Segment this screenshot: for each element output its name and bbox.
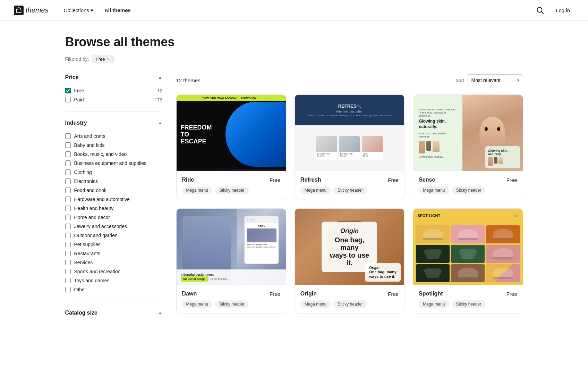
pet-supplies-checkbox[interactable]	[65, 242, 71, 247]
industry-filter-hardware-auto[interactable]: Hardware and automotive	[65, 195, 162, 204]
industry-filter-home-decor[interactable]: Home and decor	[65, 213, 162, 222]
food-drink-checkbox[interactable]	[65, 188, 71, 193]
other-checkbox[interactable]	[65, 287, 71, 292]
theme-name-origin: Origin	[300, 291, 317, 297]
tag-mega-menu-d: Mega menu	[182, 300, 212, 308]
origin-store: Origin	[329, 227, 370, 235]
theme-price-refresh: Free	[388, 177, 399, 183]
sort-select[interactable]: Most relevant Newest Price: low to high …	[467, 75, 523, 86]
theme-info-origin: Origin Free Mega menu Sticky header	[295, 285, 404, 314]
logo[interactable]: themes	[14, 6, 49, 15]
outdoor-garden-label: Outdoor and garden	[74, 233, 162, 238]
restaurants-checkbox[interactable]	[65, 251, 71, 256]
free-checkbox[interactable]	[65, 88, 71, 93]
shopify-bag-icon	[14, 6, 24, 15]
sports-rec-checkbox[interactable]	[65, 269, 71, 274]
hardware-auto-checkbox[interactable]	[65, 197, 71, 202]
refresh-sub: Lather up with our natural shampoo for c…	[306, 114, 393, 117]
sort-select-container[interactable]: Most relevant Newest Price: low to high …	[467, 74, 523, 86]
industry-filter-electronics[interactable]: Electronics	[65, 177, 162, 186]
jewelry-acc-checkbox[interactable]	[65, 224, 71, 229]
theme-tags-refresh: Mega menu Sticky header	[300, 186, 399, 194]
baby-kids-label: Baby and kids	[74, 142, 162, 148]
industry-filter-outdoor-garden[interactable]: Outdoor and garden	[65, 231, 162, 240]
nav-item-collections[interactable]: Collections ▾	[60, 5, 97, 16]
industry-filter-business-equipment[interactable]: Business equipment and supplies	[65, 159, 162, 168]
product-mini-2: Eye Balm 3.0 $10.22	[339, 136, 360, 160]
free-count: 12	[157, 88, 162, 93]
catalog-section-title: Catalog size	[65, 310, 97, 316]
clothing-checkbox[interactable]	[65, 169, 71, 175]
product-bottle-1	[419, 141, 425, 153]
price-filter-free[interactable]: Free 12	[65, 86, 162, 95]
services-label: Services	[74, 260, 162, 265]
theme-card-sense[interactable]: Save 15% on orders over $50 · Free ship.…	[413, 94, 523, 200]
industry-filter-other[interactable]: Other	[65, 285, 162, 294]
remove-filter-icon[interactable]: ×	[107, 56, 110, 62]
home-decor-checkbox[interactable]	[65, 215, 71, 220]
industry-filter-food-drink[interactable]: Food and drink	[65, 186, 162, 195]
nav-item-all-themes[interactable]: All themes	[100, 5, 135, 16]
industry-filter-jewelry-acc[interactable]: Jewelry and accessories	[65, 222, 162, 231]
industry-filter-services[interactable]: Services	[65, 258, 162, 267]
health-beauty-checkbox[interactable]	[65, 206, 71, 211]
theme-tags-origin: Mega menu Sticky header	[300, 300, 399, 308]
industry-section-header[interactable]: Industry ▲	[65, 120, 162, 126]
industry-filter-clothing[interactable]: Clothing	[65, 168, 162, 177]
sort-wrapper: Sort Most relevant Newest Price: low to …	[456, 74, 523, 86]
catalog-chevron-icon: ▲	[158, 310, 162, 315]
arts-crafts-label: Arts and crafts	[74, 133, 162, 139]
price-section-title: Price	[65, 74, 79, 81]
theme-card-origin[interactable]: Origin One bag, manyways to use it. Orig…	[295, 208, 404, 314]
price-filter-paid[interactable]: Paid 176	[65, 95, 162, 104]
theme-card-refresh[interactable]: REFRESH. Your hair, but better. Lather u…	[295, 94, 404, 200]
theme-name-sense: Sense	[419, 177, 435, 183]
theme-card-ride[interactable]: NEW FINS HAVE LANDED — SHOP NOW → FREEDO…	[176, 94, 286, 200]
toys-games-label: Toys and games	[74, 278, 162, 283]
price-section-header[interactable]: Price ▲	[65, 74, 162, 81]
login-button[interactable]: Log in	[552, 5, 574, 16]
tag-mega-menu-r: Mega menu	[300, 186, 331, 194]
business-equipment-checkbox[interactable]	[65, 160, 71, 166]
outdoor-garden-checkbox[interactable]	[65, 233, 71, 238]
search-button[interactable]	[534, 5, 546, 16]
paid-checkbox[interactable]	[65, 97, 71, 102]
restaurants-label: Restaurants	[74, 251, 162, 256]
filter-bar: Filtered by: Free ×	[65, 55, 523, 63]
jewelry-acc-label: Jewelry and accessories	[74, 224, 162, 229]
baby-kids-checkbox[interactable]	[65, 142, 71, 148]
sense-headline: Glowing skin, naturally.	[419, 119, 457, 130]
theme-price-dawn: Free	[270, 291, 280, 297]
tag-sticky-header-r: Sticky header	[333, 186, 367, 194]
svg-point-1	[17, 9, 18, 9]
sidebar-section-price: Price ▲ Free 12 Paid 176	[65, 74, 162, 111]
services-checkbox[interactable]	[65, 260, 71, 265]
arts-crafts-checkbox[interactable]	[65, 133, 71, 139]
business-equipment-label: Business equipment and supplies	[74, 160, 162, 166]
electronics-checkbox[interactable]	[65, 178, 71, 184]
industry-filter-health-beauty[interactable]: Health and beauty	[65, 204, 162, 213]
ride-banner: NEW FINS HAVE LANDED — SHOP NOW →	[177, 95, 286, 101]
logo-text: themes	[26, 6, 49, 14]
industry-filter-baby-kids[interactable]: Baby and kids	[65, 141, 162, 150]
theme-card-spotlight[interactable]: SPOT LIGHT ▯ ▯	[413, 208, 523, 314]
themes-count: 12 themes	[176, 77, 201, 83]
theme-card-dawn[interactable]: DAWN Industrial design meet... Industria…	[176, 208, 286, 314]
industry-filter-pet-supplies[interactable]: Pet supplies	[65, 240, 162, 249]
industry-filter-restaurants[interactable]: Restaurants	[65, 249, 162, 258]
free-filter-tag[interactable]: Free ×	[92, 55, 114, 63]
books-music-video-checkbox[interactable]	[65, 151, 71, 157]
tag-sticky-header-s: Sticky header	[452, 186, 486, 194]
catalog-section-header[interactable]: Catalog size ▲	[65, 310, 162, 316]
free-label: Free	[74, 88, 154, 93]
theme-price-spotlight: Free	[506, 291, 517, 297]
toys-games-checkbox[interactable]	[65, 278, 71, 283]
theme-thumbnail-ride: NEW FINS HAVE LANDED — SHOP NOW → FREEDO…	[177, 95, 286, 171]
theme-price-sense: Free	[506, 177, 517, 183]
svg-line-4	[542, 11, 544, 14]
industry-filter-toys-games[interactable]: Toys and games	[65, 276, 162, 285]
industry-filter-arts-crafts[interactable]: Arts and crafts	[65, 132, 162, 141]
industry-filter-books-music-video[interactable]: Books, music, and video	[65, 150, 162, 159]
electronics-label: Electronics	[74, 178, 162, 184]
industry-filter-sports-rec[interactable]: Sports and recreation	[65, 267, 162, 276]
